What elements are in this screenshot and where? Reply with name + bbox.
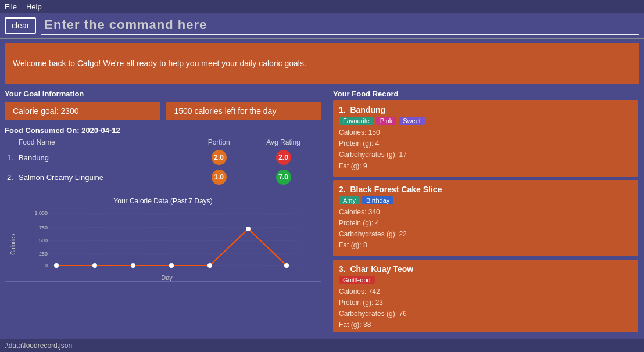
menu-help[interactable]: Help	[26, 2, 42, 11]
svg-text:500: 500	[39, 238, 48, 243]
right-panel: Your Food Record 1. Bandung FavouritePin…	[327, 87, 639, 332]
food-item-tags: FavouritePinkSweet	[339, 117, 632, 125]
svg-point-17	[54, 263, 59, 268]
calories-left-box: 1500 calories left for the day	[166, 102, 322, 120]
svg-text:2020-04-08: 2020-04-08	[122, 270, 144, 271]
svg-text:2020-04-12: 2020-04-12	[276, 270, 298, 271]
food-record-item: 1. Bandung FavouritePinkSweet Calories: …	[333, 100, 638, 177]
food-record-item: 2. Black Forest Cake Slice AmyBirthday C…	[333, 180, 638, 256]
left-panel: Your Goal Information Calorie goal: 2300…	[5, 87, 327, 332]
svg-text:0: 0	[45, 263, 48, 268]
welcome-banner: Welcome back to Calgo! We're all ready t…	[5, 43, 639, 84]
goal-info-title: Your Goal Information	[5, 87, 321, 98]
command-input[interactable]	[41, 16, 639, 35]
svg-point-18	[92, 263, 97, 268]
x-axis-label: Day	[17, 274, 316, 281]
tag: Sweet	[399, 117, 425, 125]
food-item-tags: AmyBirthday	[339, 196, 632, 204]
tag: Favourite	[339, 117, 374, 125]
food-item-tags: GuiltFood	[339, 276, 632, 284]
svg-point-19	[131, 263, 135, 268]
col-avg-rating: Avg Rating	[245, 137, 321, 148]
svg-text:250: 250	[39, 251, 48, 257]
food-consumed-title: Food Consumed On: 2020-04-12	[5, 126, 321, 135]
row-avg-rating: 7.0	[245, 167, 321, 187]
command-bar: clear	[0, 13, 644, 39]
goal-row: Calorie goal: 2300 1500 calories left fo…	[5, 102, 321, 120]
food-table: Food Name Portion Avg Rating 1. Bandung …	[5, 137, 321, 187]
tag: Birthday	[362, 196, 393, 204]
svg-point-23	[284, 263, 289, 268]
tag: GuiltFood	[339, 276, 375, 284]
food-item-detail: Calories: 150 Protein (g): 4 Carbohydrat…	[339, 127, 632, 172]
row-avg-rating: 2.0	[245, 148, 321, 167]
welcome-text: Welcome back to Calgo! We're all ready t…	[13, 59, 306, 68]
chart-inner: Calories 1,000 750 500 250 0	[10, 207, 316, 281]
row-food-name: Bandung	[16, 148, 192, 167]
chart-svg-wrap: 1,000 750 500 250 0 2020-04-06 2020-04-0…	[17, 207, 316, 281]
main-layout: Your Goal Information Calorie goal: 2300…	[0, 87, 644, 332]
svg-point-22	[246, 227, 251, 231]
status-bar: .\data\foodrecord.json	[0, 339, 644, 352]
svg-text:2020-04-06: 2020-04-06	[45, 270, 67, 271]
menu-file[interactable]: File	[5, 2, 17, 11]
row-portion: 2.0	[192, 148, 245, 167]
row-index: 1.	[5, 148, 16, 167]
menubar: File Help	[0, 0, 644, 13]
calorie-goal-box: Calorie goal: 2300	[5, 102, 160, 120]
y-axis-label: Calories	[10, 207, 16, 281]
svg-text:2020-04-10: 2020-04-10	[199, 270, 221, 271]
svg-text:2020-04-11: 2020-04-11	[237, 270, 259, 271]
food-item-detail: Calories: 340 Protein (g): 4 Carbohydrat…	[339, 207, 632, 252]
table-row: 1. Bandung 2.0 2.0	[5, 148, 321, 167]
svg-text:1,000: 1,000	[34, 210, 48, 216]
food-record-scroll[interactable]: 1. Bandung FavouritePinkSweet Calories: …	[333, 100, 639, 332]
food-item-name: 3. Char Kuay Teow	[339, 264, 632, 274]
svg-point-21	[207, 263, 212, 268]
chart-area: Your Calorie Data (Past 7 Days) Calories…	[5, 192, 321, 282]
tag: Amy	[339, 196, 360, 204]
svg-text:2020-04-09: 2020-04-09	[160, 270, 183, 271]
tag: Pink	[376, 117, 396, 125]
svg-text:2020-04-07: 2020-04-07	[84, 270, 106, 271]
table-row: 2. Salmon Creamy Linguine 1.0 7.0	[5, 167, 321, 187]
col-portion: Portion	[192, 137, 245, 148]
row-portion: 1.0	[192, 167, 245, 187]
svg-text:750: 750	[39, 225, 48, 231]
row-food-name: Salmon Creamy Linguine	[16, 167, 192, 187]
food-item-name: 1. Bandung	[339, 105, 632, 114]
food-record-item: 3. Char Kuay Teow GuiltFood Calories: 74…	[333, 260, 638, 333]
food-item-detail: Calories: 742 Protein (g): 23 Carbohydra…	[339, 286, 632, 331]
food-record-title: Your Food Record	[333, 87, 639, 98]
chart-title: Your Calorie Data (Past 7 Days)	[10, 197, 316, 205]
food-item-name: 2. Black Forest Cake Slice	[339, 185, 632, 194]
clear-button[interactable]: clear	[5, 17, 36, 34]
col-food-name: Food Name	[16, 137, 192, 148]
row-index: 2.	[5, 167, 16, 187]
svg-point-20	[169, 263, 174, 268]
status-path: .\data\foodrecord.json	[5, 342, 72, 350]
